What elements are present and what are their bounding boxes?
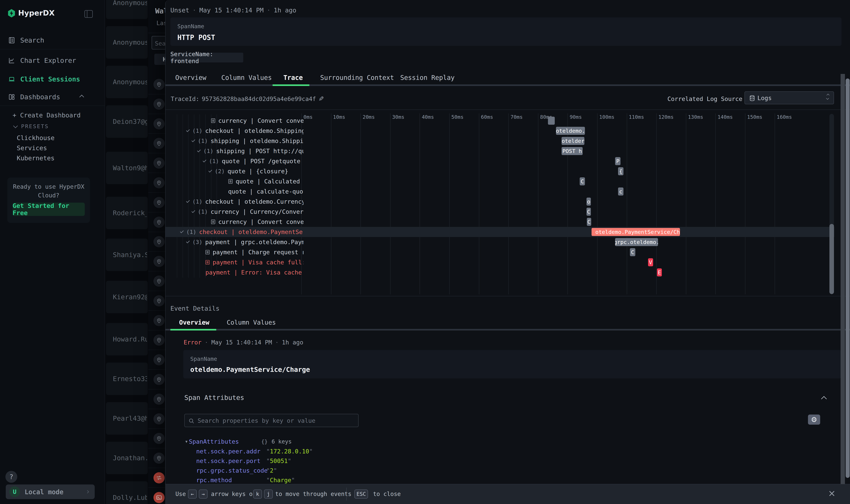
session-card[interactable]: Walton9@ho [106, 152, 148, 184]
location-pin-icon[interactable] [153, 453, 165, 464]
tab-column-values[interactable]: Column Values [221, 74, 272, 82]
chevron-down-icon[interactable] [186, 238, 190, 243]
chevron-up-icon[interactable] [79, 95, 84, 100]
trace-span-bar[interactable]: c [618, 187, 623, 196]
terminal-icon[interactable] [153, 492, 165, 503]
trace-tree-row[interactable]: (1)currency | Currency/Convert [192, 206, 304, 217]
location-pin-icon[interactable] [153, 118, 165, 129]
location-pin-icon[interactable] [153, 256, 165, 267]
sidebar-item-search[interactable]: Search [0, 35, 104, 46]
trace-tree-row[interactable]: quote | Calculated q… [228, 176, 304, 186]
scrollbar-thumb[interactable] [846, 78, 850, 478]
chevron-down-icon[interactable] [192, 208, 195, 213]
trace-span-bar[interactable]: POST h [562, 147, 582, 155]
attributes-settings-button[interactable]: ⚙ [808, 415, 820, 425]
trace-tree-row[interactable]: payment | Visa cache full: c… [205, 257, 304, 267]
preset-kubernetes[interactable]: Kubernetes [17, 155, 55, 162]
session-card[interactable]: Anonymous [106, 0, 148, 19]
log-source-select[interactable]: Logs [744, 91, 834, 104]
tab-overview[interactable]: Overview [175, 74, 206, 82]
session-card[interactable]: Howard.Run [106, 323, 148, 356]
chevron-down-icon[interactable] [209, 168, 212, 173]
location-pin-icon[interactable] [153, 236, 165, 247]
trace-span-bar[interactable]: E [657, 268, 662, 276]
tab-trace[interactable]: Trace [284, 74, 303, 82]
trace-span-bar[interactable]: C [587, 218, 591, 226]
trace-span-bar[interactable]: o [586, 198, 591, 205]
scrollbar-track[interactable] [840, 74, 845, 484]
trace-tree-row[interactable]: (1)checkout | oteldemo.PaymentServi… [180, 227, 304, 237]
swap-arrows-icon[interactable] [153, 472, 165, 483]
session-card[interactable]: Deion37@gm [106, 105, 148, 138]
location-pin-icon[interactable] [153, 433, 165, 444]
location-pin-icon[interactable] [153, 217, 165, 228]
attributes-search-input[interactable] [197, 415, 355, 426]
sidebar-collapse-icon[interactable] [85, 10, 93, 18]
preset-clickhouse[interactable]: Clickhouse [17, 134, 55, 141]
location-pin-icon[interactable] [153, 275, 165, 287]
trace-span-bar[interactable]: oteldemo.PaymentService/Char [592, 228, 680, 236]
session-card[interactable]: Kieran92@h [106, 281, 148, 313]
trace-span-bar[interactable]: P [615, 157, 620, 165]
collapse-section-icon[interactable] [822, 397, 826, 402]
attribute-row[interactable]: rpc.grpc.status_code "2" [196, 466, 277, 475]
trace-span-bar[interactable]: C [586, 208, 591, 216]
preset-services[interactable]: Services [17, 144, 47, 151]
location-pin-icon[interactable] [153, 335, 165, 346]
attribute-row[interactable]: net.sock.peer.port "50051" [196, 456, 291, 466]
trace-tree-row[interactable]: payment | Error: Visa cache ful… [205, 267, 304, 277]
chevron-down-icon[interactable] [180, 229, 184, 233]
event-details-tab-column-values[interactable]: Column Values [227, 319, 276, 326]
sidebar-item-chart-explorer[interactable]: Chart Explorer [0, 55, 104, 66]
trace-tree-row[interactable]: (1)checkout | oteldemo.CurrencySe… [186, 197, 304, 206]
local-mode-menu[interactable]: U Local mode › [6, 484, 95, 499]
location-pin-icon[interactable] [153, 158, 165, 169]
sidebar-item-client-sessions[interactable]: Client Sessions [0, 74, 104, 85]
session-card[interactable]: Anonymous [106, 66, 148, 98]
waterfall-scrollbar-thumb[interactable] [829, 224, 834, 294]
attributes-root-row[interactable]: ▾ SpanAttributes {} 6 keys [185, 438, 292, 445]
location-pin-icon[interactable] [153, 295, 165, 306]
location-pin-icon[interactable] [153, 315, 165, 326]
trace-tree-row[interactable]: payment | Charge request rec… [205, 247, 304, 257]
attribute-row[interactable]: rpc.method "Charge" [196, 475, 295, 485]
session-card[interactable]: Jonathan.B [106, 442, 148, 474]
session-search-input[interactable]: Sea [151, 36, 167, 50]
trace-span-bar[interactable]: otelder [562, 137, 584, 145]
trace-span-bar[interactable] [548, 117, 555, 125]
location-pin-icon[interactable] [153, 98, 165, 110]
close-icon[interactable]: × [828, 488, 836, 499]
chevron-down-icon[interactable] [186, 127, 190, 132]
chevron-down-icon[interactable] [197, 147, 201, 152]
location-pin-icon[interactable] [153, 413, 165, 425]
help-button[interactable]: ? [5, 471, 17, 483]
create-dashboard-button[interactable]: + Create Dashboard [13, 112, 80, 119]
location-pin-icon[interactable] [153, 374, 165, 385]
trace-tree-row[interactable]: (3)payment | grpc.oteldemo.Paymen… [186, 237, 304, 247]
event-details-tab-overview[interactable]: Overview [179, 319, 209, 326]
presets-header[interactable]: PRESETS [14, 123, 49, 129]
location-pin-icon[interactable] [153, 197, 165, 208]
chevron-down-icon[interactable] [186, 198, 190, 203]
tab-surrounding-context[interactable]: Surrounding Context [320, 74, 394, 82]
get-started-button[interactable]: Get Started for Free [13, 203, 85, 216]
trace-tree-row[interactable]: currency | Convert convers… [211, 115, 304, 126]
session-card[interactable]: Dolly.Lubo [106, 481, 148, 504]
session-card[interactable]: Shaniya.Sc [106, 238, 148, 271]
session-card[interactable]: Anonymous [106, 26, 148, 59]
location-pin-icon[interactable] [153, 177, 165, 188]
trace-tree-row[interactable]: currency | Convert convers… [211, 217, 304, 227]
trace-tree-row[interactable]: (1)shipping | oteldemo.Shipping… [192, 136, 304, 146]
trace-tree-row[interactable]: (1)shipping | POST http://quo… [197, 146, 304, 156]
trace-tree-row[interactable]: quote | calculate-quote [228, 186, 304, 197]
trace-span-bar[interactable]: grpc.oteldemo. [615, 238, 658, 246]
location-pin-icon[interactable] [153, 138, 165, 149]
sidebar-item-dashboards[interactable]: Dashboards [0, 91, 104, 103]
attribute-row[interactable]: net.sock.peer.addr "172.28.0.10" [196, 447, 313, 456]
attributes-search[interactable] [184, 414, 359, 427]
trace-span-bar[interactable]: oteldemo. [556, 127, 585, 135]
session-card[interactable]: Ernesto33@ [106, 363, 148, 395]
tab-session-replay[interactable]: Session Replay [400, 74, 455, 82]
session-card[interactable]: Roderick_S [106, 197, 148, 229]
location-pin-icon[interactable] [153, 79, 165, 90]
